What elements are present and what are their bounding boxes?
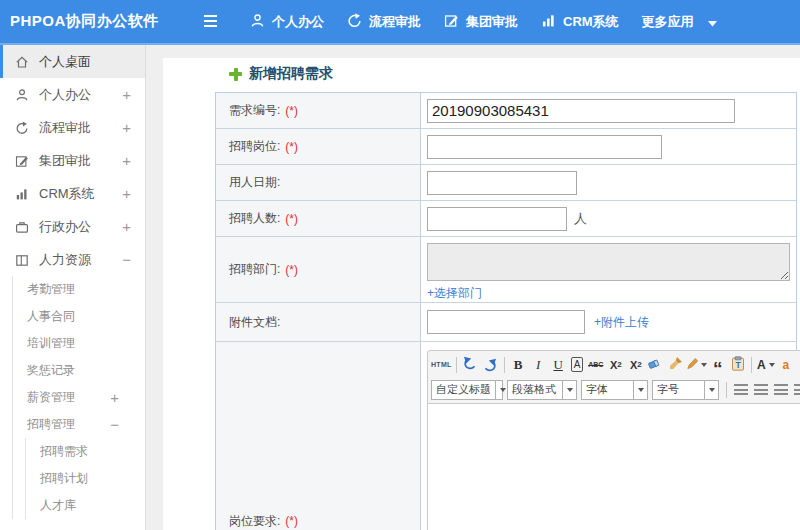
required-marker: (*) <box>285 104 298 118</box>
headcount-input[interactable] <box>427 207 567 231</box>
toolbar-row-2: 自定义标题 段落格式 字体 <box>431 377 800 402</box>
sidebar-item-admin-office[interactable]: 行政办公 + <box>0 210 145 243</box>
sidebar-item-recruitment-request[interactable]: 招聘需求 <box>26 438 145 465</box>
strikethrough-button[interactable]: ABC <box>586 354 605 375</box>
user-icon <box>15 88 29 102</box>
align-right-button[interactable] <box>771 379 790 400</box>
field-label: 招聘岗位: (*) <box>216 129 421 164</box>
sidebar-item-group-approval[interactable]: 集团审批 + <box>0 144 145 177</box>
editor-content-area[interactable] <box>427 404 800 530</box>
hamburger-button[interactable] <box>200 12 220 32</box>
form-row-job-requirements: 岗位要求: (*) HTML <box>216 342 796 530</box>
expand-toggle[interactable]: + <box>122 186 131 201</box>
sub-item-label: 考勤管理 <box>27 281 119 298</box>
form-row-request-no: 需求编号: (*) <box>216 93 796 129</box>
attachment-input[interactable] <box>427 310 585 334</box>
nav-item-more-apps[interactable]: 更多应用 <box>642 13 694 31</box>
paragraph-format-select[interactable]: 段落格式 <box>507 380 577 400</box>
align-center-icon <box>754 384 768 395</box>
select-department-link[interactable]: +选择部门 <box>427 285 482 302</box>
heading-select[interactable]: 自定义标题 <box>431 380 503 400</box>
paste-as-text-button[interactable]: T <box>728 354 747 375</box>
nav-item-group-approval[interactable]: 集团审批 <box>444 13 518 31</box>
sidebar-item-attendance-mgmt[interactable]: 考勤管理 <box>13 276 145 303</box>
font-color-dropdown-button[interactable]: A <box>756 354 775 375</box>
hire-date-input[interactable] <box>427 171 577 195</box>
department-textarea[interactable] <box>427 243 790 281</box>
align-center-button[interactable] <box>751 379 770 400</box>
paste-letter: T <box>735 360 741 370</box>
caret-down-icon <box>562 381 576 399</box>
page-title-text: 新增招聘需求 <box>249 65 333 83</box>
font-color-letter: A <box>757 358 766 372</box>
sidebar-item-human-resources[interactable]: 人力资源 − <box>0 243 145 276</box>
headcount-unit: 人 <box>574 210 587 228</box>
sidebar-item-recruitment-plan[interactable]: 招聘计划 <box>26 465 145 492</box>
heading-select-value: 自定义标题 <box>432 382 495 397</box>
sidebar-item-workflow-approval[interactable]: 流程审批 + <box>0 111 145 144</box>
nav-label: 更多应用 <box>642 13 694 31</box>
expand-toggle[interactable]: + <box>122 87 131 102</box>
caret-down-icon <box>704 381 718 399</box>
pen-color-dropdown-button[interactable] <box>686 354 707 375</box>
sidebar-item-talent-pool[interactable]: 人才库 <box>26 492 145 519</box>
hr-card-icon <box>15 253 29 267</box>
sidebar-item-label: 个人办公 <box>39 86 122 104</box>
sidebar-item-training-mgmt[interactable]: 培训管理 <box>13 330 145 357</box>
superscript-button[interactable]: X2 <box>606 354 625 375</box>
align-left-button[interactable] <box>731 379 750 400</box>
html-source-button[interactable]: HTML <box>431 354 452 375</box>
position-input[interactable] <box>427 135 662 159</box>
sub-script: 2 <box>637 360 641 369</box>
nav-item-workflow-approval[interactable]: 流程审批 <box>347 13 421 31</box>
hamburger-icon <box>203 13 218 31</box>
eraser-button[interactable] <box>646 354 665 375</box>
blockquote-button[interactable]: “ <box>708 350 727 380</box>
font-size-select[interactable]: 字号 <box>652 380 719 400</box>
expand-toggle[interactable]: + <box>110 390 119 405</box>
sidebar-item-salary-mgmt[interactable]: 薪资管理 + <box>13 384 145 411</box>
sidebar-item-label: 个人桌面 <box>39 53 131 71</box>
expand-toggle[interactable]: + <box>122 219 131 234</box>
expand-toggle[interactable]: + <box>122 153 131 168</box>
bold-button[interactable]: B <box>509 354 528 375</box>
sidebar-item-personal-office[interactable]: 个人办公 + <box>0 78 145 111</box>
form-row-position: 招聘岗位: (*) <box>216 129 796 165</box>
nav-item-personal-office[interactable]: 个人办公 <box>250 13 324 31</box>
underline-button[interactable]: U <box>549 354 568 375</box>
clean-format-brush-button[interactable] <box>666 354 685 375</box>
sidebar-item-crm-system[interactable]: CRM系统 + <box>0 177 145 210</box>
align-left-icon <box>734 384 748 395</box>
collapse-toggle[interactable]: − <box>110 417 119 432</box>
sidebar-item-recruitment-mgmt[interactable]: 招聘管理 − <box>13 411 145 438</box>
required-marker: (*) <box>285 263 298 277</box>
plus-icon <box>229 68 242 81</box>
font-style-button[interactable]: A <box>571 357 584 372</box>
label-text: 招聘岗位: <box>229 138 280 155</box>
edit-icon <box>444 13 459 31</box>
background-color-button[interactable]: a <box>776 354 795 375</box>
rich-text-editor: HTML <box>427 350 800 530</box>
bar-chart-icon <box>541 13 556 31</box>
expand-toggle[interactable]: + <box>122 120 131 135</box>
collapse-toggle[interactable]: − <box>122 252 131 267</box>
redo-button[interactable] <box>481 354 500 375</box>
attachment-upload-link[interactable]: +附件上传 <box>594 314 649 331</box>
undo-button[interactable] <box>461 354 480 375</box>
align-justify-button[interactable] <box>791 379 800 400</box>
sidebar-item-hr-contracts[interactable]: 人事合同 <box>13 303 145 330</box>
request-no-input[interactable] <box>427 99 735 123</box>
sidebar-item-reward-punishment[interactable]: 奖惩记录 <box>13 357 145 384</box>
sidebar-item-personal-desktop[interactable]: 个人桌面 <box>0 45 145 78</box>
sub-base: X <box>630 359 637 371</box>
more-apps-caret-button[interactable] <box>708 13 717 31</box>
subscript-button[interactable]: X2 <box>626 354 645 375</box>
italic-button[interactable]: I <box>529 354 548 375</box>
field-label: 岗位要求: (*) <box>216 342 421 530</box>
nav-item-crm-system[interactable]: CRM系统 <box>541 13 619 31</box>
page-title: 新增招聘需求 <box>229 66 800 82</box>
nav-label: 流程审批 <box>369 13 421 31</box>
form-row-attachment: 附件文档: +附件上传 <box>216 303 796 342</box>
font-family-select[interactable]: 字体 <box>581 380 648 400</box>
sub-item-label: 奖惩记录 <box>27 362 119 379</box>
